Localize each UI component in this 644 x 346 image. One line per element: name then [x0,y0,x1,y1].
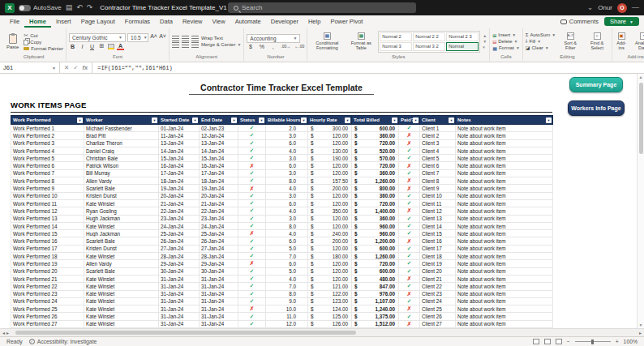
column-header-worker[interactable]: Worker▼ [84,116,159,125]
cell-worker[interactable]: Kate Winslet [84,253,159,260]
cell-worker[interactable]: Kate Winslet [84,283,159,290]
copy-button[interactable]: Copy [24,40,63,45]
cell-rate[interactable]: $120.00 [308,260,352,267]
search-input[interactable]: Search [228,2,416,13]
cell-total[interactable]: $720.00 [352,139,399,147]
cell-status[interactable]: ✓ [238,147,266,154]
cell-hours[interactable]: 7.0 [266,283,308,290]
cell-end[interactable]: 31-Jan-24 [200,297,238,305]
accessibility-status[interactable]: ✓ Accessibility: Investigate [29,339,97,344]
cell-client[interactable]: Client 7 [420,169,456,177]
cell-rate[interactable]: $240.00 [308,230,352,237]
cell-hours[interactable]: 5.0 [266,267,308,275]
zoom-level[interactable]: 100% [624,339,638,344]
cell-work[interactable]: Work Performed 16 [11,237,84,245]
cell-end[interactable]: 27-Jan-24 [200,245,238,252]
cell-rate[interactable]: $120.00 [308,275,352,282]
cell-work[interactable]: Work Performed 18 [11,253,84,260]
align-bottom-icon[interactable] [191,36,199,41]
tab-power-pivot[interactable]: Power Pivot [325,15,367,28]
cell-status[interactable]: ✓ [238,199,266,207]
column-header-paid[interactable]: Paid?▼ [399,116,420,125]
cell-start[interactable]: 23-Jan-24 [159,215,200,222]
cell-status[interactable]: ✗ [238,162,266,169]
tab-file[interactable]: File [5,15,24,28]
cell-end[interactable]: 14-Jan-24 [200,147,238,154]
cell-paid[interactable]: ✓ [399,199,420,207]
cell-notes[interactable]: Note about work item [456,215,553,222]
cell-work[interactable]: Work Performed 25 [11,305,84,313]
cell-rate[interactable]: $190.00 [308,155,352,162]
cell-client[interactable]: Client 3 [420,139,456,147]
cell-notes[interactable]: Note about work item [456,125,553,132]
cell-status[interactable]: ✓ [238,192,266,199]
cell-status[interactable]: ✓ [238,237,266,245]
cell-client[interactable]: Client 2 [420,132,456,139]
cell-start[interactable]: 21-Jan-24 [159,199,200,207]
cell-client[interactable]: Client 26 [420,313,456,320]
cell-total[interactable]: $720.00 [352,162,399,169]
tab-help[interactable]: Help [303,15,325,28]
insert-cells-button[interactable]: ⊞Insert▼ [492,32,520,38]
column-header-client[interactable]: Client▼ [420,116,456,125]
font-size-select[interactable]: 10.5▼ [127,33,148,42]
cell-notes[interactable]: Note about work item [456,313,553,320]
cell-hours[interactable]: 5.0 [266,245,308,252]
decrease-decimal-button[interactable]: ←.00 [294,44,304,49]
cell-hours[interactable]: 6.0 [266,139,308,147]
cell-paid[interactable]: ✓ [399,245,420,252]
filter-dropdown-icon[interactable]: ▼ [77,117,83,123]
cell-hours[interactable]: 10.0 [266,305,308,313]
cell-paid[interactable]: ✗ [399,320,420,327]
font-color-button[interactable]: A [117,43,124,50]
cell-worker[interactable]: Kate Winslet [84,320,159,327]
filter-dropdown-icon[interactable]: ▼ [345,117,350,123]
cell-paid[interactable]: ✓ [399,267,420,275]
fx-icon[interactable]: fx [83,64,88,71]
cell-notes[interactable]: Note about work item [456,290,553,297]
cell-client[interactable]: Client 12 [420,207,456,215]
cell-hours[interactable]: 3.0 [266,215,308,222]
cell-notes[interactable]: Note about work item [456,230,553,237]
cell-start[interactable]: 20-Jan-24 [159,192,200,199]
cell-start[interactable]: 31-Jan-24 [159,320,200,327]
cell-rate[interactable]: $120.00 [308,132,352,139]
cut-button[interactable]: ✂Cut [24,32,63,39]
cell-status[interactable]: ✓ [238,283,266,290]
share-button[interactable]: Share ▼ [604,17,639,26]
number-group-label[interactable]: Number [247,53,304,61]
cell-end[interactable]: 17-Jan-24 [200,169,238,177]
cell-style-normal-2[interactable]: Normal 2 [380,32,412,41]
column-header-status[interactable]: Status▼ [238,116,266,125]
cell-work[interactable]: Work Performed 26 [11,313,84,320]
cell-work[interactable]: Work Performed 21 [11,275,84,282]
cell-total[interactable]: $600.00 [352,267,399,275]
enter-icon[interactable]: ✓ [73,64,78,71]
cell-worker[interactable]: Allen Vardy [84,177,159,185]
increase-decimal-button[interactable]: .00→ [281,44,290,49]
cell-client[interactable]: Client 11 [420,199,456,207]
cell-end[interactable]: 02-Jan-23 [200,125,238,132]
cell-hours[interactable]: 11.0 [266,313,308,320]
cell-status[interactable]: ✗ [238,185,266,192]
filter-dropdown-icon[interactable]: ▼ [301,117,307,123]
cell-paid[interactable]: ✓ [399,192,420,199]
ribbon-options-icon[interactable]: ⌄ [587,4,594,11]
cell-paid[interactable]: ✗ [399,207,420,215]
cell-start[interactable]: 14-Jan-24 [159,147,200,154]
cell-hours[interactable]: 6.0 [266,237,308,245]
sheet-next-icon[interactable]: ▸ [6,330,9,335]
cell-end[interactable]: 31-Jan-24 [200,283,238,290]
cell-status[interactable]: ✓ [238,290,266,297]
currency-format-button[interactable]: $ [247,44,254,49]
gallery-more-icon[interactable]: ▾ [483,45,487,49]
cell-worker[interactable]: Kate Winslet [84,199,159,207]
cell-notes[interactable]: Note about work item [456,305,553,313]
cell-end[interactable]: 28-Jan-24 [200,253,238,260]
cancel-icon[interactable]: ✕ [64,64,69,71]
cell-total[interactable]: $1,400.00 [352,207,399,215]
cell-status[interactable]: ✓ [238,297,266,305]
sort-filter-button[interactable]: A↓Z Sort & Filter [558,32,582,50]
cell-paid[interactable]: ✗ [399,290,420,297]
cell-start[interactable]: 22-Jan-24 [159,207,200,215]
